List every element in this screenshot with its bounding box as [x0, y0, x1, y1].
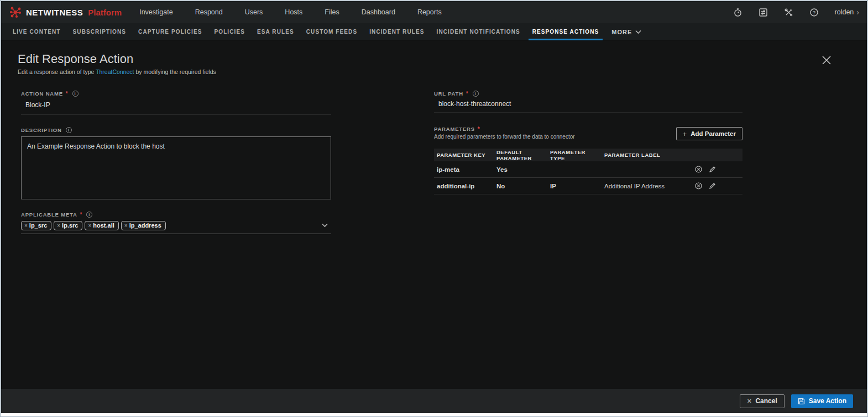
- row-actions: [665, 166, 742, 173]
- tab-custom-feeds[interactable]: CUSTOM FEEDS: [300, 23, 363, 40]
- cell-parameter-label: Additional IP Address...: [602, 183, 665, 189]
- subtitle-prefix: Edit a response action of type: [18, 68, 96, 75]
- add-parameter-label: Add Parameter: [691, 130, 736, 137]
- top-navigation-bar: NETWITNESSPlatform Investigate Respond U…: [1, 1, 867, 23]
- chevron-down-icon: [635, 30, 641, 34]
- nav-reports[interactable]: Reports: [417, 8, 442, 16]
- cancel-button[interactable]: × Cancel: [740, 394, 785, 408]
- nav-investigate[interactable]: Investigate: [139, 8, 172, 16]
- main-menu: Investigate Respond Users Hosts Files Da…: [139, 8, 441, 16]
- table-row: additional-ip No IP Additional IP Addres…: [434, 178, 742, 194]
- plus-icon: +: [683, 130, 687, 138]
- description-textarea[interactable]: An Example Response Action to block the …: [21, 136, 331, 199]
- chevron-right-icon: ›: [856, 8, 859, 17]
- delete-icon[interactable]: [695, 166, 702, 173]
- delete-icon[interactable]: [695, 182, 702, 189]
- jobs-icon[interactable]: [759, 7, 768, 17]
- netwitness-logo[interactable]: NETWITNESSPlatform: [9, 6, 122, 19]
- tab-capture-policies[interactable]: CAPTURE POLICIES: [132, 23, 208, 40]
- admin-tools-icon[interactable]: [784, 7, 794, 17]
- applicable-meta-label: APPLICABLE META*i: [21, 212, 331, 218]
- info-icon[interactable]: i: [72, 91, 79, 97]
- edit-icon[interactable]: [709, 182, 716, 189]
- url-path-label: URL PATH*i: [434, 91, 742, 97]
- user-menu[interactable]: rolden ›: [835, 8, 859, 17]
- admin-tabs-bar: LIVE CONTENT SUBSCRIPTIONS CAPTURE POLIC…: [1, 23, 867, 41]
- applicable-meta-group: APPLICABLE META*i ×ip_src ×ip.src ×host.…: [21, 212, 331, 234]
- meta-tag-label: ip_address: [129, 222, 161, 229]
- meta-tag: ×ip.src: [54, 221, 82, 230]
- subtitle-suffix: by modifying the required fields: [134, 68, 216, 75]
- required-marker: *: [478, 126, 480, 132]
- threatconnect-link[interactable]: ThreatConnect: [96, 68, 134, 75]
- col-parameter-label: PARAMETER LABEL: [602, 152, 665, 158]
- remove-tag-icon[interactable]: ×: [88, 223, 91, 229]
- add-parameter-button[interactable]: + Add Parameter: [676, 127, 742, 140]
- close-panel-button[interactable]: [820, 54, 833, 66]
- parameters-table-header: PARAMETER KEY DEFAULT PARAMETER PARAMETE…: [434, 149, 742, 161]
- netwitness-logo-icon: [9, 6, 22, 19]
- tab-incident-notifications[interactable]: INCIDENT NOTIFICATIONS: [431, 23, 526, 40]
- info-icon[interactable]: i: [86, 212, 92, 218]
- row-actions: [665, 182, 742, 189]
- nav-users[interactable]: Users: [245, 8, 263, 16]
- footer-action-bar: × Cancel Save Action: [1, 389, 867, 413]
- cell-default-parameter: Yes: [494, 166, 547, 173]
- action-name-input[interactable]: Block-IP: [21, 98, 331, 114]
- parameters-table: PARAMETER KEY DEFAULT PARAMETER PARAMETE…: [434, 149, 742, 194]
- col-parameter-type: PARAMETER TYPE: [547, 149, 602, 161]
- col-parameter-key: PARAMETER KEY: [434, 152, 494, 158]
- parameters-group: PARAMETERS* Add required parameters to f…: [434, 126, 742, 194]
- tab-subscriptions[interactable]: SUBSCRIPTIONS: [67, 23, 133, 40]
- netwitness-app: NETWITNESSPlatform Investigate Respond U…: [1, 1, 867, 413]
- col-default-parameter: DEFAULT PARAMETER: [494, 149, 547, 161]
- help-icon[interactable]: ?: [809, 7, 819, 17]
- page-title: Edit Response Action: [18, 52, 133, 66]
- url-path-label-text: URL PATH: [434, 91, 463, 97]
- page-subtitle: Edit a response action of type ThreatCon…: [18, 68, 216, 75]
- svg-text:?: ?: [813, 9, 815, 15]
- info-icon[interactable]: i: [473, 91, 479, 97]
- save-action-label: Save Action: [809, 397, 846, 405]
- cell-parameter-key: additional-ip: [434, 183, 494, 189]
- action-name-label-text: ACTION NAME: [21, 91, 63, 97]
- username: rolden: [835, 8, 854, 16]
- save-icon: [798, 398, 805, 405]
- description-label: DESCRIPTIONi: [21, 127, 331, 133]
- tab-response-actions[interactable]: RESPONSE ACTIONS: [526, 23, 605, 40]
- nav-hosts[interactable]: Hosts: [285, 8, 302, 16]
- nav-respond[interactable]: Respond: [195, 8, 223, 16]
- form-left-column: ACTION NAME*i Block-IP DESCRIPTIONi An E…: [21, 91, 331, 234]
- parameters-label-text: PARAMETERS: [434, 126, 475, 132]
- cancel-label: Cancel: [755, 397, 777, 405]
- brand-suffix: Platform: [88, 8, 122, 17]
- tab-policies[interactable]: POLICIES: [208, 23, 250, 40]
- description-group: DESCRIPTIONi An Example Response Action …: [21, 127, 331, 199]
- brand-name: NETWITNESS: [26, 8, 83, 17]
- edit-response-action-panel: Edit Response Action Edit a response act…: [1, 41, 867, 389]
- meta-tag: ×host.all: [85, 221, 118, 230]
- cell-parameter-type: IP: [547, 183, 602, 189]
- meta-tag-label: ip.src: [62, 222, 78, 229]
- tab-incident-rules[interactable]: INCIDENT RULES: [363, 23, 430, 40]
- applicable-meta-select[interactable]: ×ip_src ×ip.src ×host.all ×ip_address: [21, 220, 331, 234]
- meta-tag-label: ip_src: [29, 222, 47, 229]
- tab-more[interactable]: MORE: [605, 23, 648, 40]
- save-action-button[interactable]: Save Action: [791, 394, 853, 408]
- required-marker: *: [80, 212, 83, 218]
- remove-tag-icon[interactable]: ×: [24, 223, 28, 229]
- remove-tag-icon[interactable]: ×: [124, 223, 128, 229]
- nav-dashboard[interactable]: Dashboard: [362, 8, 395, 16]
- meta-tag: ×ip_src: [21, 221, 51, 230]
- url-path-input[interactable]: block-host-threatconnect: [434, 97, 742, 113]
- chevron-down-icon[interactable]: [322, 223, 328, 228]
- timer-icon[interactable]: [733, 7, 743, 17]
- meta-tag: ×ip_address: [121, 221, 166, 230]
- nav-files[interactable]: Files: [325, 8, 339, 16]
- description-label-text: DESCRIPTION: [21, 127, 62, 133]
- tab-esa-rules[interactable]: ESA RULES: [251, 23, 300, 40]
- info-icon[interactable]: i: [66, 127, 72, 133]
- edit-icon[interactable]: [709, 166, 716, 173]
- remove-tag-icon[interactable]: ×: [57, 223, 60, 229]
- tab-live-content[interactable]: LIVE CONTENT: [7, 23, 67, 40]
